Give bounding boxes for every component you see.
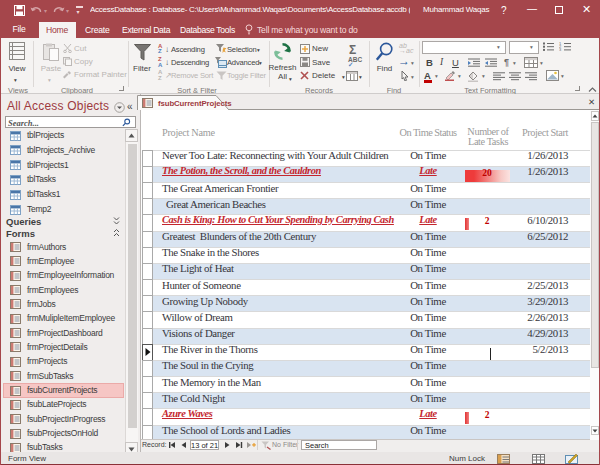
svg-text:3: 3 (559, 47, 562, 52)
